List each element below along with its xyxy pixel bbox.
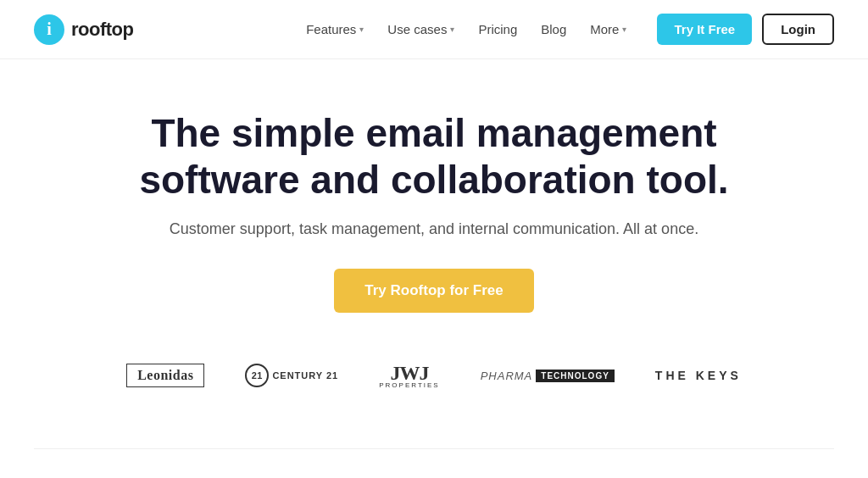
nav-item-blog[interactable]: Blog <box>531 15 576 43</box>
navbar: i rooftop Features ▾ Use cases ▾ Pricing… <box>0 0 868 59</box>
21-century-circle: 21 <box>245 364 269 387</box>
hero-subtitle: Customer support, task management, and i… <box>170 220 698 238</box>
nav-item-more[interactable]: More ▾ <box>580 15 637 43</box>
nav-actions: Try It Free Login <box>657 14 834 45</box>
login-button[interactable]: Login <box>762 14 834 45</box>
chevron-down-icon: ▾ <box>622 25 626 34</box>
nav-item-features[interactable]: Features ▾ <box>296 15 374 43</box>
logo-pharma: PHARMA TECHNOLOGY <box>481 370 615 382</box>
cta-button[interactable]: Try Rooftop for Free <box>334 269 533 313</box>
logo-text: rooftop <box>71 19 133 41</box>
logo-jwj: JWJ PROPERTIES <box>379 362 439 389</box>
nav-item-pricing[interactable]: Pricing <box>468 15 527 43</box>
chevron-down-icon: ▾ <box>359 25 364 34</box>
client-logos: Leonidas 21 CENTURY 21 JWJ PROPERTIES PH… <box>92 353 776 397</box>
nav-links: Features ▾ Use cases ▾ Pricing Blog More… <box>296 15 637 43</box>
hero-section: The simple email management software and… <box>0 59 868 431</box>
section-divider <box>34 448 834 449</box>
logo-icon: i <box>34 14 64 45</box>
try-it-free-button[interactable]: Try It Free <box>657 14 752 45</box>
what-section: What you can do with Rooftop Rooftop is … <box>0 466 868 478</box>
logo-leonidas: Leonidas <box>126 364 204 387</box>
nav-item-usecases[interactable]: Use cases ▾ <box>377 15 465 43</box>
svg-text:i: i <box>47 19 52 38</box>
logo-link[interactable]: i rooftop <box>34 14 133 45</box>
hero-title: The simple email management software and… <box>112 110 756 203</box>
logo-thekeys: THE KEYS <box>655 369 742 382</box>
chevron-down-icon: ▾ <box>450 25 454 34</box>
logo-21century: 21 CENTURY 21 <box>245 364 338 387</box>
